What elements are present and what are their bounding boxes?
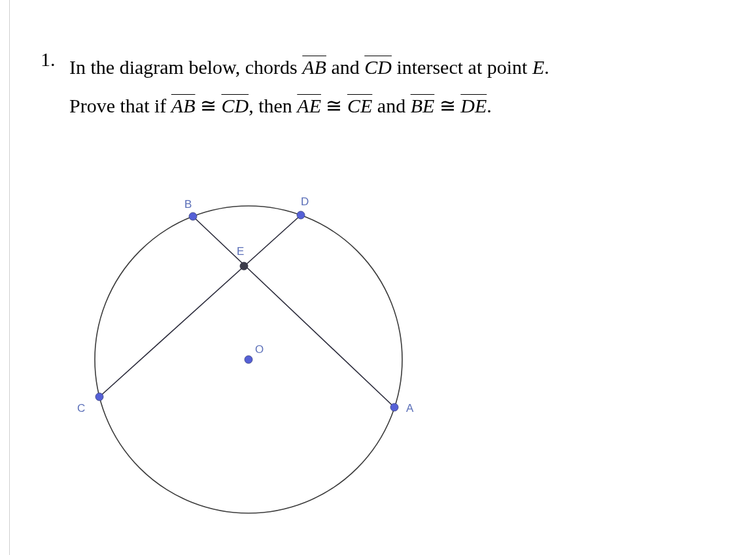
text-run: intersect at point (392, 56, 532, 78)
point-E (240, 262, 248, 270)
segment-DE: DE (460, 95, 487, 116)
problem-statement: In the diagram below, chords AB and CD i… (69, 48, 730, 125)
text-run: and (326, 56, 364, 78)
label-E: E (237, 245, 244, 258)
segment-BE: BE (411, 95, 435, 116)
diagram-svg: A B C D E O (65, 163, 432, 530)
point-C (95, 393, 103, 401)
text-run: Prove that if (69, 95, 171, 116)
left-margin-rule (9, 0, 10, 555)
point-E-ref: E (532, 56, 544, 78)
segment-AB: AB (171, 95, 196, 116)
point-O (245, 356, 252, 363)
text-run: , then (249, 95, 297, 116)
problem-block: 1. In the diagram below, chords AB and C… (41, 48, 730, 125)
label-A: A (406, 402, 414, 414)
chord-CD (99, 215, 301, 397)
point-B (189, 212, 197, 220)
point-D (297, 211, 305, 219)
text-run: . (487, 95, 492, 116)
congruent-symbol: ≅ (321, 95, 347, 116)
segment-AB: AB (302, 56, 326, 78)
segment-AE: AE (297, 95, 321, 116)
label-B: B (184, 198, 192, 210)
point-A (390, 403, 398, 411)
circle-diagram: A B C D E O (65, 163, 432, 530)
congruent-symbol: ≅ (195, 95, 221, 116)
label-C: C (77, 402, 85, 414)
segment-CD: CD (221, 95, 249, 116)
problem-number: 1. (41, 48, 56, 71)
congruent-symbol: ≅ (434, 95, 460, 116)
segment-CD: CD (364, 56, 392, 78)
text-run: In the diagram below, chords (69, 56, 302, 78)
label-O: O (255, 343, 264, 356)
segment-CE: CE (347, 95, 372, 116)
label-D: D (301, 195, 309, 208)
text-run: and (372, 95, 410, 116)
chord-AB (193, 216, 394, 407)
text-run: . (544, 56, 549, 78)
